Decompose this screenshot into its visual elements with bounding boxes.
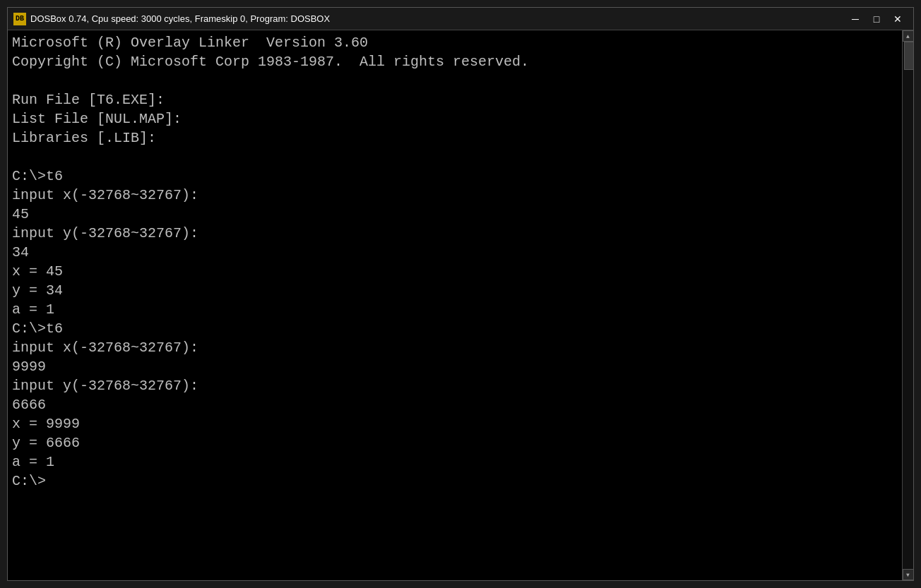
dosbox-window: DB DOSBox 0.74, Cpu speed: 3000 cycles, … bbox=[7, 7, 914, 581]
scroll-thumb[interactable] bbox=[904, 42, 914, 70]
scroll-track[interactable] bbox=[903, 42, 914, 569]
restore-button[interactable]: □ bbox=[867, 11, 886, 27]
window-title: DOSBox 0.74, Cpu speed: 3000 cycles, Fra… bbox=[30, 13, 330, 24]
close-button[interactable]: ✕ bbox=[888, 11, 908, 27]
title-bar-left: DB DOSBox 0.74, Cpu speed: 3000 cycles, … bbox=[13, 13, 330, 25]
minimize-button[interactable]: ─ bbox=[845, 11, 865, 27]
title-bar: DB DOSBox 0.74, Cpu speed: 3000 cycles, … bbox=[8, 8, 913, 30]
window-body: Microsoft (R) Overlay Linker Version 3.6… bbox=[8, 30, 913, 580]
scrollbar[interactable]: ▲ ▼ bbox=[902, 30, 913, 580]
scroll-down-button[interactable]: ▼ bbox=[903, 569, 914, 580]
terminal-output[interactable]: Microsoft (R) Overlay Linker Version 3.6… bbox=[8, 30, 902, 580]
title-bar-buttons: ─ □ ✕ bbox=[845, 11, 908, 27]
terminal-text: Microsoft (R) Overlay Linker Version 3.6… bbox=[12, 33, 898, 491]
scroll-up-button[interactable]: ▲ bbox=[903, 30, 914, 42]
dosbox-icon: DB bbox=[13, 13, 26, 25]
